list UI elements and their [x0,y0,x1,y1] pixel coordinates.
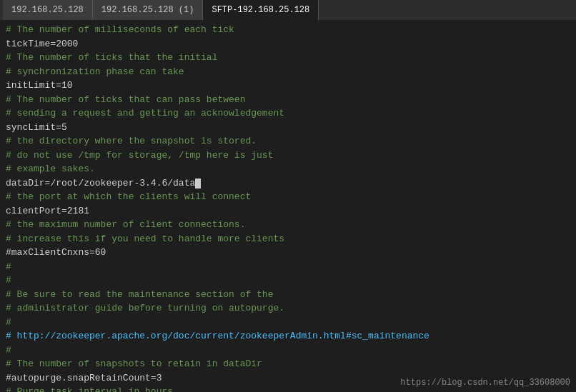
status-url: https://blog.csdn.net/qq_33608000 [400,376,570,389]
terminal-line: # [6,316,570,330]
terminal-line: dataDir=/root/zookeeper-3.4.6/data [6,176,570,191]
terminal-line: # sending a request and getting an ackno… [6,106,570,121]
terminal-line: clientPort=2181 [6,204,570,218]
terminal-line: tickTime=2000 [6,37,570,51]
tab-bar: 192.168.25.128 192.168.25.128 (1) SFTP-1… [0,0,576,20]
terminal-line: # The number of snapshots to retain in d… [6,357,570,371]
terminal-line: # administrator guide before turning on … [6,301,570,316]
terminal-line: # The number of ticks that the initial [6,51,570,65]
terminal-line: # do not use /tmp for storage, /tmp here… [6,149,570,163]
terminal-line: initLimit=10 [6,79,570,93]
terminal-line: #maxClientCnxns=60 [6,246,570,260]
terminal-line: # the port at which the clients will con… [6,190,570,204]
terminal-content: # The number of milliseconds of each tic… [6,23,570,392]
terminal-line: # The number of ticks that can pass betw… [6,93,570,107]
terminal-line: # synchronization phase can take [6,65,570,79]
terminal-line: # example sakes. [6,162,570,176]
terminal-line: # Be sure to read the maintenance sectio… [6,288,570,302]
terminal-line: syncLimit=5 [6,121,570,135]
tab-3[interactable]: SFTP-192.168.25.128 [203,0,319,20]
terminal-line: # The number of milliseconds of each tic… [6,23,570,37]
tab-2[interactable]: 192.168.25.128 (1) [93,0,204,20]
terminal-line: # [6,260,570,274]
terminal-line: # http://zookeeper.apache.org/doc/curren… [6,329,570,343]
terminal[interactable]: # The number of milliseconds of each tic… [0,20,576,392]
terminal-line: # [6,343,570,358]
terminal-line: # increase this if you need to handle mo… [6,232,570,246]
terminal-line: # the maximum number of client connectio… [6,218,570,232]
tab-1[interactable]: 192.168.25.128 [3,0,93,20]
terminal-line: # the directory where the snapshot is st… [6,134,570,149]
terminal-line: # [6,273,570,288]
